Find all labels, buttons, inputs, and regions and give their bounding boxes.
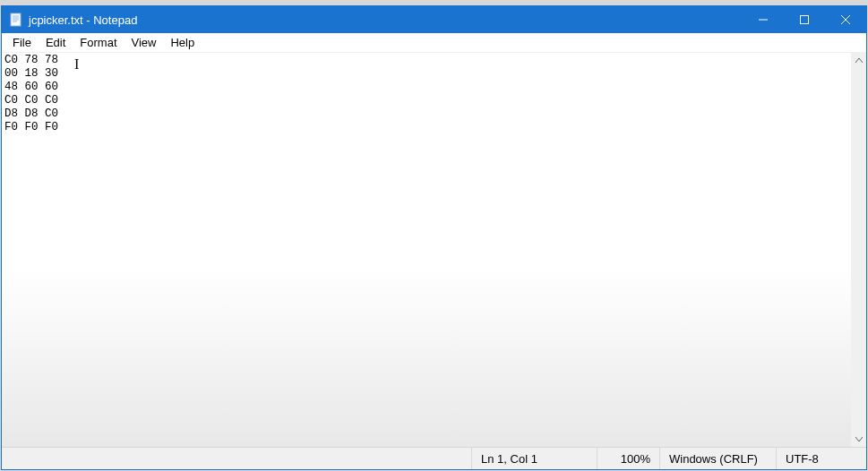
menu-view[interactable]: View xyxy=(125,34,164,51)
status-spacer xyxy=(2,448,472,469)
scroll-down-icon[interactable] xyxy=(851,432,866,447)
scroll-up-icon[interactable] xyxy=(851,53,866,68)
close-button[interactable] xyxy=(825,6,866,33)
maximize-button[interactable] xyxy=(784,6,825,33)
scroll-track[interactable] xyxy=(851,68,866,432)
status-position: Ln 1, Col 1 xyxy=(472,448,597,469)
menu-file[interactable]: File xyxy=(5,34,39,51)
titlebar[interactable]: jcpicker.txt - Notepad xyxy=(2,6,866,33)
window-title: jcpicker.txt - Notepad xyxy=(29,13,743,27)
menubar: File Edit Format View Help xyxy=(2,33,866,53)
svg-rect-6 xyxy=(801,16,809,24)
menu-format[interactable]: Format xyxy=(73,34,124,51)
status-zoom: 100% xyxy=(597,448,660,469)
minimize-button[interactable] xyxy=(743,6,784,33)
editor-area: C0 78 78 00 18 30 48 60 60 C0 C0 C0 D8 D… xyxy=(2,53,866,447)
status-encoding: UTF-8 xyxy=(777,448,866,469)
vertical-scrollbar[interactable] xyxy=(851,53,866,447)
status-line-ending: Windows (CRLF) xyxy=(660,448,777,469)
text-editor[interactable]: C0 78 78 00 18 30 48 60 60 C0 C0 C0 D8 D… xyxy=(2,53,851,447)
notepad-window: jcpicker.txt - Notepad File Edit Format … xyxy=(1,5,867,470)
statusbar: Ln 1, Col 1 100% Windows (CRLF) UTF-8 xyxy=(2,447,866,469)
menu-edit[interactable]: Edit xyxy=(39,34,73,51)
notepad-icon xyxy=(9,13,23,27)
window-controls xyxy=(743,6,866,33)
menu-help[interactable]: Help xyxy=(163,34,202,51)
